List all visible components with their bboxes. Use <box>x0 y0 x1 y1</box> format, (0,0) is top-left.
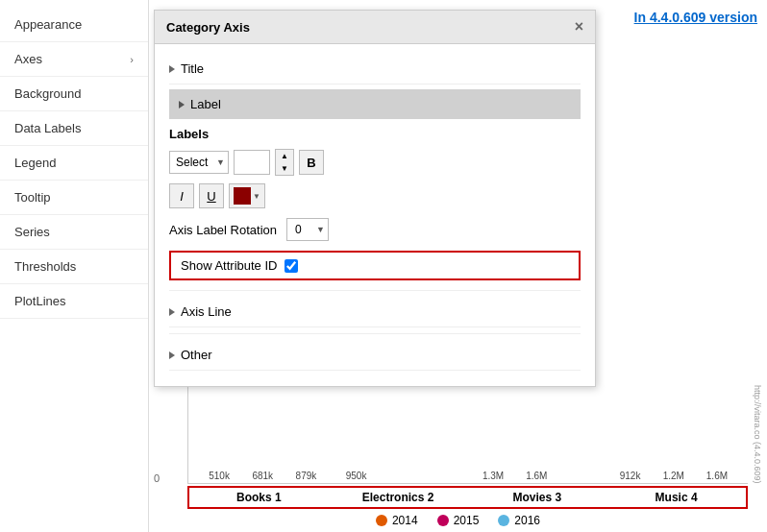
chart-category-labels: Books 1 Electronics 2 Movies 3 Music 4 <box>187 486 748 509</box>
other-section: Other <box>169 333 581 376</box>
chevron-right-icon <box>169 65 175 73</box>
legend-2015: 2015 <box>437 514 480 527</box>
legend-label-2016: 2016 <box>514 514 540 527</box>
sidebar-item-tooltip[interactable]: Tooltip <box>0 181 148 215</box>
axis-line-label: Axis Line <box>181 304 232 319</box>
font-size-spinner: ▲ ▼ <box>275 149 294 176</box>
legend-2016: 2016 <box>498 514 540 527</box>
font-controls: Select ▲ ▼ B <box>169 149 581 176</box>
bar-music-2015: 1.2M <box>653 471 695 483</box>
sidebar-item-thresholds[interactable]: Thresholds <box>0 250 148 284</box>
panel-header: Category Axis × <box>155 11 595 44</box>
rotation-label: Axis Label Rotation <box>169 223 277 237</box>
content-area: In 4.4.0.609 version Category Axis × Tit… <box>149 0 767 532</box>
labels-section: Labels Select ▲ ▼ B <box>169 127 581 376</box>
sidebar-item-data-labels[interactable]: Data Labels <box>0 111 148 146</box>
sidebar-item-background[interactable]: Background <box>0 77 148 111</box>
bold-button[interactable]: B <box>299 150 324 175</box>
sidebar-item-plotlines[interactable]: PlotLines <box>0 284 148 319</box>
chart-label-movies: Movies 3 <box>468 488 607 507</box>
rotation-row: Axis Label Rotation 0 45 90 <box>169 218 581 241</box>
bar-electronics-2015 <box>379 481 421 483</box>
legend-label-2015: 2015 <box>454 514 480 527</box>
watermark: http://vitara.co (4.4.0.609) <box>753 385 762 484</box>
bar-movies-2015: 1.6M <box>515 471 557 483</box>
font-select-wrapper: Select <box>169 151 229 174</box>
labels-heading: Labels <box>169 127 581 141</box>
axis-line-section: Axis Line <box>169 290 581 333</box>
bar-music-2016: 1.6M <box>696 471 738 483</box>
bar-movies-2014: 1.3M <box>472 471 514 483</box>
sidebar: Appearance Axes › Background Data Labels… <box>0 0 149 532</box>
italic-button[interactable]: I <box>169 183 194 208</box>
chart-label-electronics: Electronics 2 <box>329 488 468 507</box>
rotation-select[interactable]: 0 45 90 <box>286 218 329 241</box>
chart-zero-label: 0 <box>154 472 160 484</box>
panel-title: Category Axis <box>166 20 250 35</box>
legend-dot-2015 <box>437 515 449 526</box>
bar-movies-2016 <box>558 481 601 483</box>
chevron-right-icon: › <box>130 54 134 65</box>
panel-body: Title Label Labels Select <box>155 44 595 386</box>
sidebar-item-axes[interactable]: Axes › <box>0 42 148 77</box>
title-section-toggle[interactable]: Title <box>169 54 581 85</box>
legend-label-2014: 2014 <box>392 514 418 527</box>
color-picker-button[interactable]: ▼ <box>229 183 265 208</box>
title-section-label: Title <box>181 61 204 76</box>
label-section-label: Label <box>190 97 221 111</box>
chevron-right-icon <box>169 351 175 359</box>
bar-group-electronics: 950k <box>335 471 465 483</box>
chart-legend: 2014 2015 2016 <box>168 514 748 527</box>
close-button[interactable]: × <box>575 18 583 36</box>
label-section-toggle[interactable]: Label <box>169 89 581 119</box>
style-controls: I U ▼ <box>169 183 581 208</box>
color-swatch <box>234 187 251 205</box>
bar-books-2014: 510k <box>198 471 240 483</box>
font-size-up-button[interactable]: ▲ <box>276 150 293 162</box>
sidebar-item-legend[interactable]: Legend <box>0 146 148 181</box>
show-attribute-id-row: Show Attribute ID <box>169 251 581 280</box>
chevron-right-icon <box>179 101 185 109</box>
rotation-select-wrapper: 0 45 90 <box>286 218 329 241</box>
chart-label-books: Books 1 <box>189 488 329 507</box>
panel: Category Axis × Title Label Labels <box>154 10 596 387</box>
bar-electronics-2016 <box>422 481 464 483</box>
underline-button[interactable]: U <box>199 183 224 208</box>
font-size-input[interactable] <box>234 150 270 175</box>
bar-electronics-2014: 950k <box>335 471 378 483</box>
show-attribute-id-checkbox[interactable] <box>285 259 298 273</box>
bar-books-2015: 681k <box>241 471 284 483</box>
other-toggle[interactable]: Other <box>169 340 581 371</box>
font-select[interactable]: Select <box>169 151 229 174</box>
bar-books-2016: 879k <box>285 471 327 483</box>
bar-group-movies: 1.3M 1.6M <box>472 471 602 483</box>
bar-group-books: 510k 681k 879k <box>198 471 328 483</box>
font-size-down-button[interactable]: ▼ <box>276 162 293 175</box>
chart-label-music: Music 4 <box>606 488 746 507</box>
legend-dot-2014 <box>376 515 387 526</box>
other-label: Other <box>181 348 212 362</box>
version-link[interactable]: In 4.4.0.609 version <box>634 10 757 25</box>
sidebar-item-series[interactable]: Series <box>0 215 148 250</box>
bar-group-music: 912k 1.2M 1.6M <box>609 471 739 483</box>
main-container: Appearance Axes › Background Data Labels… <box>0 0 767 532</box>
legend-2014: 2014 <box>376 514 418 527</box>
sidebar-item-appearance[interactable]: Appearance <box>0 8 148 42</box>
axis-line-toggle[interactable]: Axis Line <box>169 297 581 327</box>
chevron-right-icon <box>169 308 175 316</box>
chevron-down-icon: ▼ <box>253 192 260 201</box>
bar-music-2014: 912k <box>609 471 652 483</box>
legend-dot-2016 <box>498 515 509 526</box>
show-attribute-id-label: Show Attribute ID <box>181 258 277 273</box>
